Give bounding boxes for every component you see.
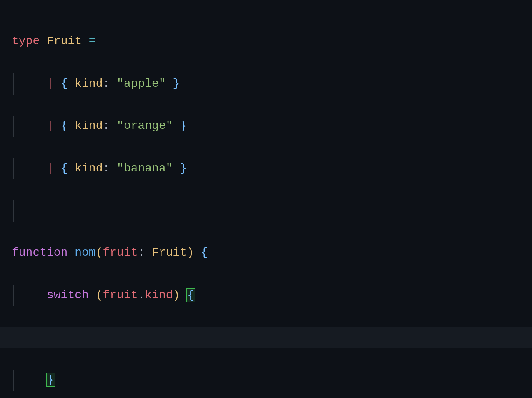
code-line[interactable] [12, 200, 532, 222]
code-line[interactable]: | { kind: "apple" } [12, 73, 532, 95]
open-brace-matched: { [186, 288, 195, 302]
keyword-function: function [12, 246, 68, 259]
indent-guide [13, 370, 14, 391]
parameter-type: Fruit [152, 246, 187, 259]
indent-guide [13, 158, 14, 179]
equals-operator: = [89, 35, 96, 48]
indent-guide [2, 327, 2, 348]
parameter-name: fruit [103, 246, 138, 259]
type-identifier: Fruit [47, 35, 82, 48]
property-name: kind [75, 77, 103, 90]
open-paren: ( [96, 246, 103, 259]
colon: : [103, 162, 110, 175]
colon: : [138, 246, 145, 259]
union-pipe: | [47, 77, 54, 90]
union-pipe: | [47, 119, 54, 132]
keyword-switch: switch [47, 289, 89, 302]
code-line[interactable]: switch (fruit.kind) { [12, 285, 532, 306]
member-access: kind [145, 289, 173, 302]
close-brace: } [180, 119, 187, 132]
open-brace: { [61, 162, 68, 175]
code-line[interactable]: | { kind: "banana" } [12, 158, 532, 179]
property-name: kind [75, 162, 103, 175]
string-literal: "apple" [117, 77, 166, 90]
function-name: nom [75, 246, 95, 259]
close-brace-matched: } [46, 373, 55, 387]
close-paren: ) [173, 289, 180, 302]
colon: : [103, 77, 110, 90]
code-line[interactable]: } [12, 370, 532, 391]
open-brace: { [61, 119, 68, 132]
dot-operator: . [138, 289, 145, 302]
close-brace: } [173, 77, 180, 90]
indent-guide [13, 73, 14, 95]
open-brace: { [61, 77, 68, 90]
indent-guide [13, 116, 14, 137]
indent-guide [13, 285, 14, 306]
open-paren: ( [96, 289, 103, 302]
indent-guide [13, 200, 14, 222]
string-literal: "banana" [117, 162, 173, 175]
code-editor[interactable]: type Fruit = | { kind: "apple" } | { kin… [12, 10, 532, 398]
code-line[interactable]: | { kind: "orange" } [12, 116, 532, 137]
code-line-active[interactable] [0, 327, 532, 348]
open-brace: { [201, 246, 208, 259]
colon: : [103, 119, 110, 132]
variable-ref: fruit [103, 289, 138, 302]
string-literal: "orange" [117, 119, 173, 132]
property-name: kind [75, 119, 103, 132]
keyword-type: type [12, 35, 40, 48]
close-paren: ) [187, 246, 194, 259]
union-pipe: | [47, 162, 54, 175]
code-line[interactable]: type Fruit = [12, 31, 532, 52]
code-line[interactable]: function nom(fruit: Fruit) { [12, 242, 532, 264]
close-brace: } [180, 162, 187, 175]
